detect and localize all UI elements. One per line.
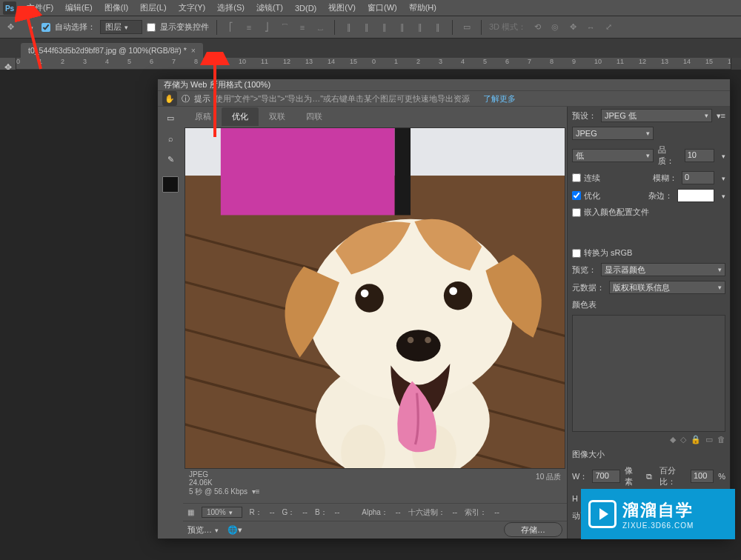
zoom-tool-icon[interactable]: ⌕ (162, 130, 179, 147)
horizontal-ruler: /* populated below manually */ 012345678… (16, 58, 741, 70)
align-left-icon[interactable]: ⎡ (225, 20, 238, 35)
readout-b-label: B： (315, 507, 328, 518)
distribute-2-icon[interactable]: ‖ (360, 20, 373, 35)
readout-g-label: G： (282, 507, 295, 518)
dialog-tools: ▭ ⌕ ✎ (158, 107, 183, 539)
optimized-checkbox[interactable] (572, 191, 581, 200)
preview-browser-button[interactable]: 预览… (187, 524, 219, 536)
dialog-footer: 预览… 🌐▾ 存储… (183, 521, 567, 539)
auto-select-label: 自动选择： (55, 21, 96, 33)
play-icon (588, 500, 617, 528)
percent-input[interactable]: 100 (691, 470, 714, 483)
ct-icon[interactable]: ◇ (680, 435, 686, 444)
move-tool-icon[interactable]: ✥ (3, 20, 18, 35)
tab-optimized[interactable]: 优化 (222, 107, 259, 126)
auto-select-checkbox[interactable] (41, 23, 50, 32)
menu-help[interactable]: 帮助(H) (403, 2, 442, 13)
tab-4up[interactable]: 四联 (296, 107, 333, 126)
preset-dropdown[interactable]: JPEG 低 (601, 109, 712, 122)
menu-file[interactable]: 文件(F) (21, 2, 59, 13)
tab-2up[interactable]: 双联 (259, 107, 296, 126)
preset-menu-icon[interactable]: ▾≡ (717, 111, 725, 121)
menu-edit[interactable]: 编辑(E) (59, 2, 99, 13)
menu-select[interactable]: 选择(S) (211, 2, 250, 13)
tab-original[interactable]: 原稿 (185, 107, 222, 126)
color-table (572, 315, 725, 432)
document-tab-bar: t0_544f63d5b2d9bf87.jpg @ 100%(RGB/8#) *… (0, 39, 741, 58)
readout-r: -- (270, 508, 275, 516)
distribute-3-icon[interactable]: ‖ (378, 20, 391, 35)
learn-more-link[interactable]: 了解更多 (483, 93, 516, 104)
ct-icon[interactable]: ▭ (705, 435, 713, 444)
browser-icon[interactable]: 🌐▾ (227, 525, 242, 535)
align-right-icon[interactable]: ⎦ (260, 20, 273, 35)
watermark-title: 溜溜自学 (622, 499, 694, 521)
menu-filter[interactable]: 滤镜(T) (250, 2, 289, 13)
distribute-6-icon[interactable]: ‖ (431, 20, 445, 35)
separator (216, 20, 217, 35)
close-tab-icon[interactable]: × (191, 46, 196, 55)
save-for-web-dialog: 存储为 Web 所用格式 (100%) ✋ ⓘ 提示 使用"文件">"导出">"… (157, 79, 731, 538)
ct-trash-icon[interactable]: 🗑 (717, 435, 725, 444)
hand-tool-icon[interactable]: ✋ (162, 91, 177, 106)
blur-label: 模糊： (653, 173, 677, 184)
show-transform-label: 显示变换控件 (160, 21, 209, 33)
progressive-label: 连续 (584, 173, 600, 184)
distribute-4-icon[interactable]: ‖ (396, 20, 409, 35)
zoom-dropdown[interactable]: 100% (202, 507, 242, 518)
preview-dropdown[interactable]: 显示器颜色 (601, 263, 725, 276)
readout-r-label: R： (250, 507, 262, 518)
3d-orbit-icon[interactable]: ⟲ (531, 20, 544, 35)
menu-3d[interactable]: 3D(D) (289, 4, 322, 13)
watermark-url: ZIXUE.3D66.COM (622, 521, 694, 530)
slice-tool-icon[interactable]: ▭ (162, 110, 179, 126)
progressive-checkbox[interactable] (572, 173, 581, 182)
eyedropper-tool-icon[interactable]: ✎ (162, 151, 179, 167)
svg-rect-2 (221, 128, 395, 215)
percent-label: 百分比： (659, 465, 687, 487)
blur-input[interactable]: 0 (682, 171, 714, 184)
slice-vis-icon[interactable]: ▦ (187, 508, 194, 516)
quality-label: 品质： (658, 144, 680, 167)
ct-icon[interactable]: ◆ (670, 435, 676, 444)
menu-layer[interactable]: 图层(L) (134, 2, 172, 13)
auto-align-icon[interactable]: ▭ (460, 20, 473, 35)
blur-slider-icon[interactable] (719, 173, 725, 182)
link-icon[interactable]: ⧉ (646, 472, 652, 481)
distribute-1-icon[interactable]: ‖ (342, 20, 356, 35)
align-center-h-icon[interactable]: ≡ (242, 20, 256, 35)
readout-alpha-label: Alpha： (362, 507, 388, 518)
preview-time: 5 秒 @ 56.6 Kbps (189, 487, 247, 496)
3d-pan-icon[interactable]: ✥ (566, 20, 579, 35)
options-bar: ✥ 自动选择： 图层 显示变换控件 ⎡ ≡ ⎦ ⎴ ≡ ⎵ ‖ ‖ ‖ ‖ ‖ … (0, 16, 741, 39)
width-input[interactable]: 700 (592, 470, 620, 483)
preview-tabs: 原稿 优化 双联 四联 (183, 107, 567, 126)
tool-preset-icon[interactable] (22, 20, 37, 35)
menu-view[interactable]: 视图(V) (322, 2, 362, 13)
align-top-icon[interactable]: ⎴ (278, 20, 291, 35)
menu-window[interactable]: 窗口(W) (362, 2, 403, 13)
auto-select-dropdown[interactable]: 图层 (100, 20, 142, 34)
quality-input[interactable]: 10 (685, 149, 714, 162)
3d-slide-icon[interactable]: ↔ (584, 20, 597, 35)
matte-dropdown[interactable] (677, 189, 714, 202)
show-transform-checkbox[interactable] (147, 23, 156, 32)
align-bottom-icon[interactable]: ⎵ (313, 20, 327, 35)
document-tab[interactable]: t0_544f63d5b2d9bf87.jpg @ 100%(RGB/8#) *… (21, 43, 203, 58)
menu-type[interactable]: 文字(Y) (173, 2, 212, 13)
menu-image[interactable]: 图像(I) (99, 2, 134, 13)
eyedropper-color-swatch[interactable] (162, 176, 179, 193)
align-center-v-icon[interactable]: ≡ (296, 20, 309, 35)
format-dropdown[interactable]: JPEG (572, 127, 654, 140)
convert-srgb-checkbox[interactable] (572, 249, 581, 258)
3d-zoom-icon[interactable]: ⤢ (602, 20, 615, 35)
image-preview[interactable] (185, 127, 565, 469)
embed-profile-checkbox[interactable] (572, 208, 581, 217)
quality-slider-icon[interactable] (719, 151, 725, 160)
quality-preset-dropdown[interactable]: 低 (572, 149, 654, 162)
metadata-dropdown[interactable]: 版权和联系信息 (609, 281, 725, 294)
save-button[interactable]: 存储… (504, 522, 562, 537)
3d-roll-icon[interactable]: ◎ (548, 20, 562, 35)
ct-icon[interactable]: 🔒 (691, 435, 701, 444)
distribute-5-icon[interactable]: ‖ (413, 20, 427, 35)
